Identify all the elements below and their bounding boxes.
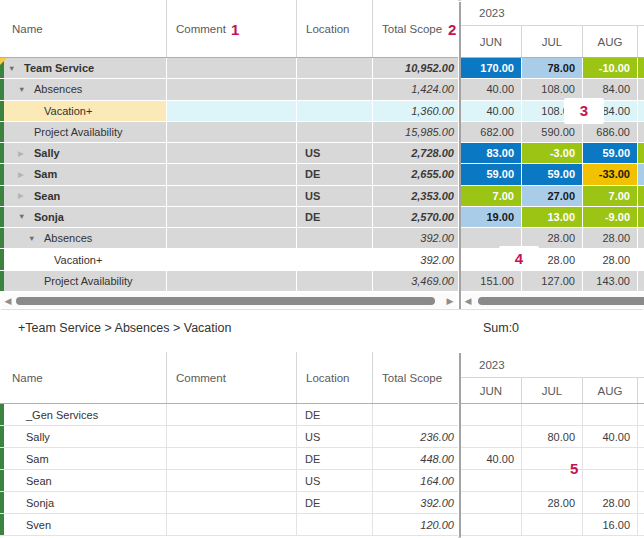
location-cell[interactable]: DE [297, 164, 373, 185]
month-values-row[interactable]: 83.00-3.0059.00 [461, 143, 644, 164]
month-value-cell[interactable]: 40.00 [583, 426, 638, 448]
month-value-cell[interactable]: 83.00 [461, 143, 522, 164]
location-cell[interactable]: DE [297, 448, 373, 470]
table-row[interactable]: _Gen ServicesDE [0, 404, 458, 426]
name-cell[interactable]: Sven [0, 514, 167, 536]
month-value-cell[interactable]: 40.00 [461, 79, 522, 100]
month-values-row[interactable]: 19.0013.00-9.00 [461, 207, 644, 228]
comment-cell[interactable] [167, 249, 297, 270]
collapse-arrow-icon[interactable]: ▼ [18, 212, 34, 221]
table-row[interactable]: Project Availability3,469.00 [0, 271, 458, 292]
location-cell[interactable]: US [297, 470, 373, 492]
scroll-left-icon[interactable]: ◀ [2, 296, 14, 306]
month-value-cell[interactable]: -3.00 [522, 143, 583, 164]
table-row[interactable]: ▶SallyUS2,728.00 [0, 143, 458, 164]
month-value-cell[interactable]: 28.00 [522, 492, 583, 514]
comment-cell[interactable] [167, 271, 297, 292]
collapse-arrow-icon[interactable]: ▼ [18, 85, 34, 94]
location-cell[interactable] [297, 58, 373, 79]
month-value-cell[interactable]: -9.00 [583, 207, 638, 228]
name-cell[interactable]: Project Availability [0, 122, 167, 143]
name-cell[interactable]: Sam [0, 448, 167, 470]
table-row[interactable]: SeanUS164.00 [0, 470, 458, 492]
location-cell[interactable] [297, 79, 373, 100]
name-cell[interactable]: Sonja [0, 492, 167, 514]
month-value-cell[interactable]: 682.00 [461, 122, 522, 143]
name-cell[interactable]: _Gen Services [0, 404, 167, 426]
location-cell[interactable] [297, 514, 373, 536]
scrollbar-track[interactable] [474, 297, 644, 305]
name-cell[interactable]: ▶Sally [0, 143, 167, 164]
month-value-cell[interactable]: 686.00 [583, 122, 638, 143]
month-value-cell[interactable] [583, 404, 638, 426]
month-values-row[interactable]: 28.0028.00 [461, 249, 644, 270]
month-value-cell[interactable] [461, 404, 522, 426]
pane-divider[interactable] [459, 353, 461, 537]
name-cell[interactable]: Sally [0, 426, 167, 448]
month-values-row[interactable] [461, 470, 644, 492]
table-row[interactable]: ▶SamDE2,655.00 [0, 164, 458, 185]
table-row[interactable]: Sven120.00 [0, 514, 458, 536]
name-cell[interactable]: ▼Sonja [0, 207, 167, 228]
expand-arrow-icon[interactable]: ▶ [18, 191, 34, 200]
table-row[interactable]: ▼Absences1,424.00 [0, 79, 458, 100]
table-row[interactable]: SallyUS236.00 [0, 426, 458, 448]
comment-cell[interactable] [167, 207, 297, 228]
expand-arrow-icon[interactable]: ▶ [18, 149, 34, 158]
month-values-row[interactable]: 28.0028.00 [461, 228, 644, 249]
comment-cell[interactable] [167, 426, 297, 448]
month-values-row[interactable] [461, 404, 644, 426]
month-value-cell[interactable]: 59.00 [583, 143, 638, 164]
name-cell[interactable]: ▶Sam [0, 164, 167, 185]
month-values-row[interactable]: 40.00108.0084.00 [461, 101, 644, 122]
top-grid-months-scrollbar[interactable]: ◀ [462, 293, 644, 308]
month-values-row[interactable]: 80.0040.00 [461, 426, 644, 448]
comment-cell[interactable] [167, 164, 297, 185]
comment-cell[interactable] [167, 122, 297, 143]
month-value-cell[interactable]: 28.00 [583, 228, 638, 249]
scroll-left-icon[interactable]: ◀ [462, 296, 474, 306]
location-cell[interactable] [297, 101, 373, 122]
name-cell[interactable]: ▼Absences [0, 79, 167, 100]
month-value-cell[interactable]: 7.00 [461, 186, 522, 207]
comment-cell[interactable] [167, 404, 297, 426]
name-cell[interactable]: ▼Team Service [0, 58, 167, 79]
month-values-row[interactable]: 28.0028.00 [461, 492, 644, 514]
month-value-cell[interactable] [461, 470, 522, 492]
table-row[interactable]: ▶SeanUS2,353.00 [0, 186, 458, 207]
month-value-cell[interactable]: 78.00 [522, 58, 583, 79]
scrollbar-thumb[interactable] [16, 297, 435, 305]
scrollbar-thumb[interactable] [478, 297, 644, 305]
month-value-cell[interactable] [583, 470, 638, 492]
month-value-cell[interactable] [461, 514, 522, 536]
month-value-cell[interactable]: 59.00 [522, 164, 583, 185]
month-value-cell[interactable]: 28.00 [583, 249, 638, 270]
month-value-cell[interactable]: 28.00 [583, 492, 638, 514]
collapse-arrow-icon[interactable]: ▼ [8, 64, 24, 73]
name-cell[interactable]: Vacation+ [0, 249, 167, 270]
month-value-cell[interactable]: 16.00 [583, 514, 638, 536]
expand-arrow-icon[interactable]: ▶ [18, 170, 34, 179]
table-row[interactable]: Vacation+392.00 [0, 249, 458, 270]
location-cell[interactable] [297, 228, 373, 249]
month-value-cell[interactable] [461, 426, 522, 448]
name-cell[interactable]: Vacation+ [0, 101, 167, 122]
month-values-row[interactable]: 170.0078.00-10.00 [461, 58, 644, 79]
comment-cell[interactable] [167, 101, 297, 122]
month-value-cell[interactable]: 27.00 [522, 186, 583, 207]
location-cell[interactable]: US [297, 143, 373, 164]
table-row[interactable]: ▼SonjaDE2,570.00 [0, 207, 458, 228]
comment-cell[interactable] [167, 79, 297, 100]
comment-cell[interactable] [167, 228, 297, 249]
month-values-row[interactable]: 151.00127.00143.00 [461, 271, 644, 292]
month-value-cell[interactable]: 170.00 [461, 58, 522, 79]
top-grid-left-scrollbar[interactable]: ◀ ▶ [2, 293, 456, 308]
month-values-row[interactable]: 16.00 [461, 514, 644, 536]
month-values-row[interactable]: 7.0027.007.00 [461, 186, 644, 207]
month-values-row[interactable]: 40.00108.0084.00 [461, 79, 644, 100]
name-cell[interactable]: ▶Sean [0, 186, 167, 207]
month-value-cell[interactable] [522, 404, 583, 426]
name-cell[interactable]: Sean [0, 470, 167, 492]
comment-cell[interactable] [167, 58, 297, 79]
month-value-cell[interactable]: 143.00 [583, 271, 638, 292]
